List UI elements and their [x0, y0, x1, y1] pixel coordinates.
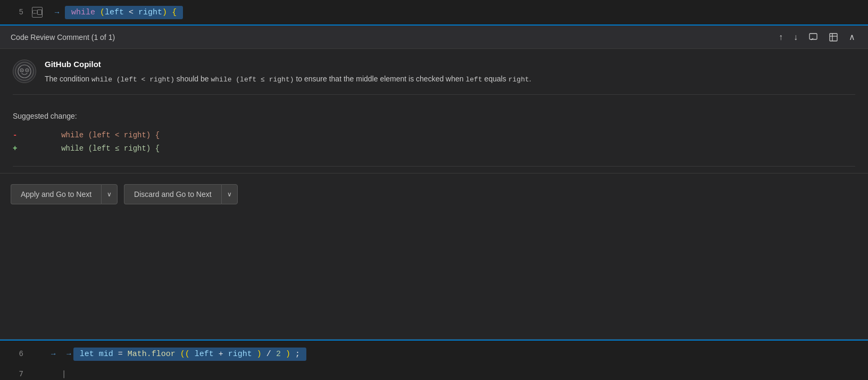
avatar — [13, 60, 36, 83]
diff-minus-sign: - — [13, 129, 21, 142]
line-number-6: 6 — [0, 350, 32, 358]
review-actions: ↑ ↓ ∧ — [777, 31, 857, 43]
apply-button-group: Apply and Go to Next ∨ — [11, 184, 118, 204]
top-code-highlight: while (left < right) { — [65, 6, 183, 19]
diff-removed-line: - while (left < right) { — [13, 129, 855, 142]
code-line-bottom: 6 → → let mid = Math.floor (( left + rig… — [0, 340, 868, 367]
discard-button-group: Discard and Go to Next ∨ — [124, 184, 238, 204]
review-panel: Code Review Comment (1 of 1) ↑ ↓ — [0, 26, 868, 340]
diff-block: - while (left < right) { + while (left ≤… — [13, 127, 855, 158]
apply-dropdown-icon: ∨ — [107, 191, 112, 198]
button-row: Apply and Go to Next ∨ Discard and Go to… — [0, 173, 868, 215]
svg-point-12 — [27, 70, 28, 71]
indent-arrow-1: → — [51, 350, 55, 358]
discard-dropdown-button[interactable]: ∨ — [221, 184, 238, 204]
comment-content: GitHub Copilot The condition while (left… — [45, 60, 855, 86]
discard-dropdown-icon: ∨ — [227, 191, 232, 198]
apply-dropdown-button[interactable]: ∨ — [101, 184, 118, 204]
comment-gutter-icon[interactable] — [32, 7, 43, 18]
code-line-top: 5 → while (left < right) { — [0, 0, 868, 26]
author-name: GitHub Copilot — [45, 60, 855, 69]
diff-arrow: → — [53, 8, 61, 16]
apply-changes-icon-button[interactable] — [827, 31, 840, 43]
diff-plus-sign: + — [13, 142, 21, 155]
apply-go-next-button[interactable]: Apply and Go to Next — [11, 184, 101, 204]
diff-added-line: + while (left ≤ right) { — [13, 142, 855, 155]
comment-text: The condition while (left < right) shoul… — [45, 73, 855, 86]
review-title: Code Review Comment (1 of 1) — [11, 33, 115, 42]
svg-rect-4 — [830, 34, 837, 41]
divider-1 — [13, 94, 855, 95]
comment-author-row: GitHub Copilot The condition while (left… — [13, 60, 855, 86]
navigate-down-button[interactable]: ↓ — [791, 31, 800, 43]
discard-go-next-button[interactable]: Discard and Go to Next — [124, 184, 221, 204]
suggested-change-label: Suggested change: — [13, 112, 855, 120]
line-number-5: 5 — [0, 8, 32, 16]
indent-arrow-2: → — [57, 350, 71, 358]
divider-2 — [13, 166, 855, 167]
collapse-button[interactable]: ∧ — [847, 31, 857, 43]
navigate-up-button[interactable]: ↑ — [777, 31, 785, 43]
comment-body: GitHub Copilot The condition while (left… — [0, 49, 868, 112]
editor-container: 5 → while (left < right) { Code Review C… — [0, 0, 868, 380]
diff-added-code: while (left ≤ right) { — [26, 142, 160, 155]
svg-point-11 — [21, 70, 22, 71]
diff-removed-code: while (left < right) { — [26, 129, 160, 142]
suggested-change: Suggested change: - while (left < right)… — [0, 112, 868, 167]
toggle-comment-button[interactable] — [806, 31, 820, 43]
review-header: Code Review Comment (1 of 1) ↑ ↓ — [0, 26, 868, 49]
bottom-code-highlight: let mid = Math.floor (( left + right ) /… — [73, 348, 306, 361]
